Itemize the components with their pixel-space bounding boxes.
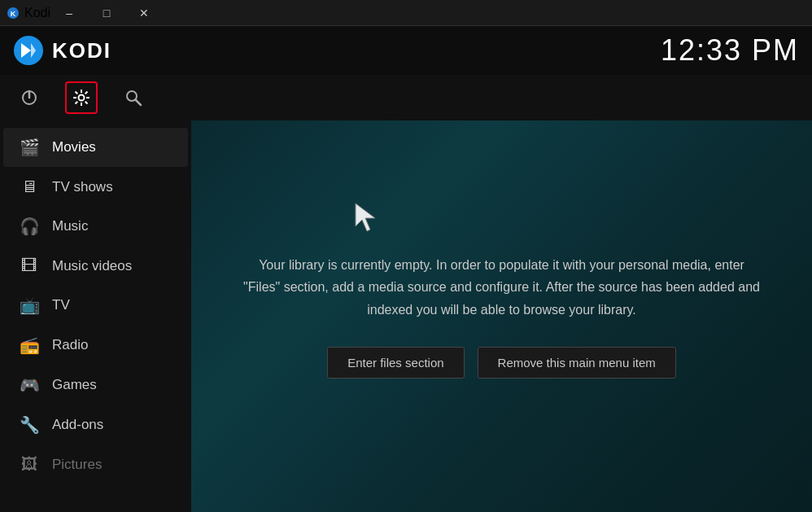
titlebar: K Kodi – □ ✕ bbox=[0, 0, 812, 26]
settings-button[interactable] bbox=[65, 81, 98, 114]
library-empty-message: Your library is currently empty. In orde… bbox=[242, 254, 762, 321]
sidebar-item-tvshows[interactable]: 🖥TV shows bbox=[3, 168, 188, 206]
svg-line-14 bbox=[85, 92, 88, 94]
sidebar-label-movies: Movies bbox=[52, 139, 96, 155]
tvshows-icon: 🖥 bbox=[18, 177, 41, 196]
pictures-icon: 🖼 bbox=[18, 455, 41, 474]
svg-line-17 bbox=[136, 100, 142, 106]
sidebar-item-pictures[interactable]: 🖼Pictures bbox=[3, 445, 188, 484]
iconbar bbox=[0, 75, 812, 120]
svg-line-15 bbox=[76, 102, 78, 104]
sidebar-label-tv: TV bbox=[52, 297, 70, 313]
power-button[interactable] bbox=[13, 81, 46, 114]
maximize-button[interactable]: □ bbox=[88, 0, 125, 26]
power-icon bbox=[20, 89, 38, 107]
search-icon bbox=[124, 89, 142, 107]
content-area: 🎬Movies🖥TV shows🎧Music🎞Music videos📺TV📻R… bbox=[0, 120, 812, 512]
remove-menu-item-button[interactable]: Remove this main menu item bbox=[478, 347, 676, 379]
sidebar-label-addons: Add-ons bbox=[52, 417, 103, 433]
sidebar-label-music: Music bbox=[52, 218, 88, 234]
settings-icon bbox=[72, 89, 90, 107]
sidebar-item-music[interactable]: 🎧Music bbox=[3, 207, 188, 246]
close-button[interactable]: ✕ bbox=[125, 0, 163, 26]
window-title: Kodi bbox=[24, 6, 50, 20]
music-icon: 🎧 bbox=[18, 217, 41, 236]
svg-marker-18 bbox=[356, 203, 375, 231]
enter-files-button[interactable]: Enter files section bbox=[327, 347, 464, 379]
minimize-button[interactable]: – bbox=[50, 0, 88, 26]
tv-icon: 📺 bbox=[18, 295, 41, 315]
sidebar: 🎬Movies🖥TV shows🎧Music🎞Music videos📺TV📻R… bbox=[0, 120, 191, 512]
search-button[interactable] bbox=[117, 81, 150, 114]
sidebar-label-radio: Radio bbox=[52, 337, 88, 353]
clock-display: 12:33 PM bbox=[661, 33, 799, 68]
app-name: KODI bbox=[52, 38, 111, 63]
svg-line-12 bbox=[76, 92, 78, 94]
sidebar-label-musicvideos: Music videos bbox=[52, 258, 132, 274]
app-container: KODI 12:33 PM bbox=[0, 26, 812, 512]
svg-point-7 bbox=[79, 95, 85, 101]
sidebar-item-tv[interactable]: 📺TV bbox=[3, 286, 188, 325]
musicvideos-icon: 🎞 bbox=[18, 256, 41, 275]
logo-area: KODI bbox=[13, 35, 111, 66]
sidebar-item-addons[interactable]: 🔧Add-ons bbox=[3, 405, 188, 444]
kodi-logo-icon bbox=[13, 35, 44, 66]
movies-icon: 🎬 bbox=[18, 138, 41, 157]
topbar: KODI 12:33 PM bbox=[0, 26, 812, 75]
sidebar-label-tvshows: TV shows bbox=[52, 179, 113, 195]
sidebar-item-musicvideos[interactable]: 🎞Music videos bbox=[3, 247, 188, 285]
action-buttons-group: Enter files section Remove this main men… bbox=[327, 347, 676, 379]
radio-icon: 📻 bbox=[18, 335, 41, 355]
addons-icon: 🔧 bbox=[18, 415, 41, 435]
main-panel: Your library is currently empty. In orde… bbox=[191, 120, 812, 512]
sidebar-item-radio[interactable]: 📻Radio bbox=[3, 326, 188, 365]
cursor-indicator bbox=[354, 202, 380, 239]
app-icon: K bbox=[7, 7, 20, 20]
svg-line-13 bbox=[85, 102, 88, 104]
sidebar-label-pictures: Pictures bbox=[52, 457, 102, 473]
sidebar-item-games[interactable]: 🎮Games bbox=[3, 365, 188, 405]
games-icon: 🎮 bbox=[18, 375, 41, 395]
svg-text:K: K bbox=[11, 10, 16, 18]
sidebar-item-movies[interactable]: 🎬Movies bbox=[3, 128, 188, 167]
sidebar-label-games: Games bbox=[52, 377, 97, 393]
